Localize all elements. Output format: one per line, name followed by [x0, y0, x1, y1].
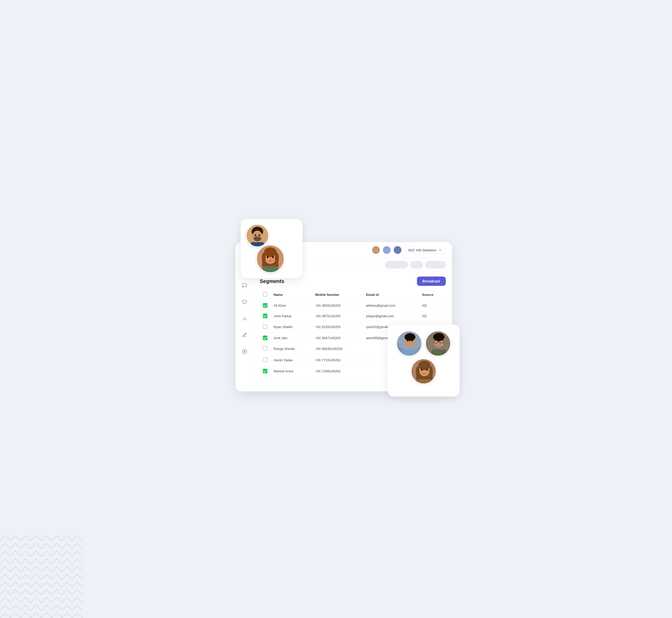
sidebar-icon-inbox[interactable]	[240, 347, 249, 356]
sub-nav-pill-5[interactable]	[425, 261, 446, 269]
row-checkbox-cell-0[interactable]	[260, 300, 270, 311]
svg-point-6	[257, 237, 258, 237]
row-name-0: Ali Khan	[270, 300, 312, 311]
svg-rect-46	[416, 379, 433, 384]
svg-rect-17	[262, 266, 278, 273]
svg-point-22	[242, 349, 247, 354]
svg-point-44	[421, 369, 423, 371]
row-checkbox-cell-1[interactable]	[260, 311, 270, 321]
sidebar-icon-campaigns[interactable]	[240, 297, 249, 307]
col-source: Source	[419, 289, 446, 300]
svg-point-11	[264, 247, 276, 257]
avatar-bottom-man	[396, 331, 422, 356]
row-name-3: Amit Jain	[270, 333, 312, 343]
user-avatar-2	[383, 246, 391, 254]
row-checkbox-4[interactable]	[263, 346, 267, 351]
row-mobile-3: +91 9547145203	[312, 333, 363, 343]
user-avatar-1	[372, 246, 380, 254]
row-email-0: alikhan@gmail.com	[363, 300, 419, 311]
sidebar-icon-forms[interactable]	[240, 330, 249, 340]
row-name-4: Rutuja Shinde	[270, 343, 312, 354]
avatar-bottom-woman-glasses	[425, 331, 451, 356]
svg-point-15	[272, 256, 274, 258]
user-avatar-3	[394, 246, 402, 254]
row-email-1: johpar@gmail.com	[363, 311, 419, 321]
table-row: Ali Khan+91 9820145203alikhan@gmail.comA…	[260, 300, 446, 311]
row-mobile-0: +91 9820145203	[312, 300, 363, 311]
svg-point-4	[255, 234, 256, 236]
svg-point-13	[275, 252, 279, 264]
row-name-5: Harsh Yadav	[270, 354, 312, 366]
row-checkbox-5[interactable]	[263, 357, 267, 362]
col-name: Name	[270, 289, 312, 300]
col-mobile: Mobile Number	[312, 289, 363, 300]
svg-rect-30	[402, 349, 418, 356]
col-email: Email id	[363, 289, 419, 300]
table-row: John Parkar+91 9875145203johpar@gmail.co…	[260, 311, 446, 321]
avatar-card-top	[241, 219, 303, 278]
svg-point-16	[270, 259, 271, 260]
svg-point-42	[416, 367, 419, 377]
row-checkbox-3[interactable]	[263, 335, 267, 340]
sidebar-icon-chat[interactable]	[240, 281, 249, 290]
svg-point-27	[405, 333, 415, 341]
broadcast-button[interactable]: Broadcast	[417, 277, 446, 286]
svg-point-12	[262, 252, 266, 264]
avatar-row-bottom	[394, 358, 453, 384]
row-name-1: John Parkar	[270, 311, 312, 321]
row-name-6: Manish Arora	[270, 366, 312, 377]
avatar-bottom-woman-brown	[411, 358, 436, 384]
row-source-1: AD	[419, 311, 446, 321]
row-checkbox-2[interactable]	[263, 324, 267, 329]
table-header-row: Name Mobile Number Email id Source	[260, 289, 446, 300]
sub-nav-pill-4[interactable]	[410, 261, 423, 269]
svg-point-14	[267, 256, 268, 258]
header-checkbox[interactable]	[263, 292, 267, 297]
svg-point-29	[412, 340, 413, 341]
company-selector[interactable]: B2C Info Solutions	[405, 246, 446, 254]
avatar-card-bottom-right	[388, 324, 460, 397]
svg-point-28	[407, 340, 408, 341]
main-container: C	[220, 227, 452, 391]
row-mobile-4: +91 98190145203	[312, 343, 363, 354]
svg-point-43	[429, 367, 433, 377]
header-checkbox-cell[interactable]	[260, 289, 270, 300]
row-checkbox-cell-6[interactable]	[260, 366, 270, 377]
svg-rect-7	[251, 242, 264, 247]
company-name: B2C Info Solutions	[408, 248, 436, 252]
row-mobile-5: +91 7715145203	[312, 354, 363, 366]
svg-point-41	[418, 361, 431, 370]
row-mobile-6: +91 7208145203	[312, 366, 363, 377]
sub-nav-pill-3[interactable]	[385, 261, 408, 269]
row-name-2: Ryan Shaikh	[270, 321, 312, 333]
avatar-grid	[394, 331, 453, 384]
row-mobile-1: +91 9875145203	[312, 311, 363, 321]
row-checkbox-cell-5[interactable]	[260, 354, 270, 366]
row-checkbox-1[interactable]	[263, 314, 267, 318]
svg-rect-37	[432, 349, 446, 356]
svg-point-23	[244, 351, 245, 352]
row-checkbox-cell-3[interactable]	[260, 333, 270, 343]
row-mobile-2: +91 9120145203	[312, 321, 363, 333]
row-checkbox-cell-4[interactable]	[260, 343, 270, 354]
svg-point-45	[426, 369, 428, 371]
svg-point-33	[433, 333, 444, 341]
row-checkbox-cell-2[interactable]	[260, 321, 270, 333]
avatar-man	[246, 224, 269, 247]
row-checkbox-0[interactable]	[263, 303, 267, 308]
row-source-0: AD	[419, 300, 446, 311]
row-checkbox-6[interactable]	[263, 369, 267, 373]
avatar-woman	[256, 245, 284, 273]
sidebar-icon-analytics[interactable]	[240, 314, 249, 323]
svg-point-5	[259, 234, 260, 236]
avatar-row-top	[394, 331, 453, 356]
segments-title: Segments	[260, 278, 284, 284]
